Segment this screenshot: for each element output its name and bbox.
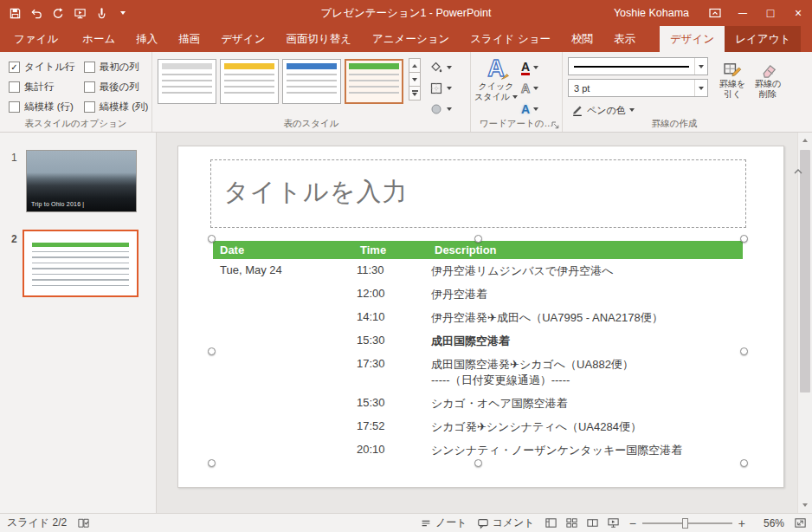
reading-view-icon[interactable] bbox=[586, 516, 599, 529]
vertical-scrollbar[interactable] bbox=[797, 133, 812, 513]
slide1-thumbnail[interactable]: Trip to Ohio 2016 | bbox=[26, 150, 137, 212]
collapse-ribbon-icon[interactable] bbox=[793, 168, 805, 177]
zoom-slider-thumb[interactable] bbox=[682, 518, 688, 529]
description-line: 伊丹空港リムジンバスで伊丹空港へ bbox=[431, 263, 743, 279]
draw-table-button[interactable]: 罫線を 引く bbox=[715, 55, 750, 121]
table-row[interactable]: 15:30シカゴ・オヘア国際空港着 bbox=[213, 392, 743, 415]
gallery-more-icon[interactable] bbox=[409, 86, 421, 101]
tab-描画[interactable]: 描画 bbox=[168, 26, 210, 52]
table-style-plain[interactable] bbox=[158, 59, 216, 104]
thumb-table-header bbox=[32, 243, 129, 247]
table-row[interactable]: Tue, May 2411:30伊丹空港リムジンバスで伊丹空港へ bbox=[213, 259, 743, 282]
resize-handle-bottom-center[interactable] bbox=[474, 459, 482, 467]
title-placeholder[interactable]: タイトルを入力 bbox=[210, 159, 746, 228]
table-style-yellow[interactable] bbox=[220, 59, 279, 104]
pen-weight-caret-icon[interactable] bbox=[694, 80, 707, 96]
checkbox-縞模様 (行)[interactable]: 縞模様 (行) bbox=[9, 101, 75, 114]
text-effects-button[interactable]: A bbox=[521, 99, 561, 120]
start-slideshow-icon[interactable] bbox=[72, 3, 87, 23]
pen-style-dropdown[interactable] bbox=[568, 57, 708, 75]
quick-styles-button[interactable]: A クイック スタイル bbox=[474, 55, 518, 121]
maximize-button[interactable]: □ bbox=[757, 0, 784, 26]
table-row[interactable]: 20:10シンシナティ・ノーザンケンタッキー国際空港着 bbox=[213, 438, 743, 462]
slideshow-view-icon[interactable] bbox=[607, 516, 620, 529]
pen-style-caret-icon[interactable] bbox=[694, 58, 707, 75]
scroll-up-icon[interactable] bbox=[798, 133, 812, 147]
undo-icon[interactable] bbox=[29, 3, 44, 23]
ribbon-display-options-icon[interactable] bbox=[701, 0, 729, 26]
comments-button[interactable]: コメント bbox=[477, 516, 535, 530]
group-table-styles: 表のスタイル bbox=[152, 52, 471, 132]
customize-qat-icon[interactable] bbox=[115, 3, 131, 23]
normal-view-icon[interactable] bbox=[545, 516, 557, 529]
text-fill-button[interactable]: A bbox=[521, 57, 561, 78]
cell-time: 17:30 bbox=[353, 357, 428, 388]
touch-mode-icon[interactable] bbox=[93, 3, 109, 23]
slide-sorter-view-icon[interactable] bbox=[565, 516, 578, 529]
tab-ホーム[interactable]: ホーム bbox=[72, 26, 126, 52]
gallery-up-icon[interactable] bbox=[409, 58, 421, 73]
table-row[interactable]: 17:52シカゴ発✈シンシナティへ（UA4284便） bbox=[213, 415, 743, 438]
effects-button[interactable] bbox=[428, 99, 467, 120]
zoom-out-button[interactable]: − bbox=[629, 516, 636, 530]
tab-表示[interactable]: 表示 bbox=[603, 26, 646, 52]
fit-to-window-icon[interactable] bbox=[794, 516, 807, 529]
text-outline-icon: A bbox=[521, 82, 530, 94]
resize-handle-top-left[interactable] bbox=[208, 235, 216, 243]
save-icon[interactable] bbox=[7, 3, 23, 23]
tab-file[interactable]: ファイル bbox=[0, 26, 72, 52]
slide2-thumbnail-selected[interactable] bbox=[23, 230, 139, 297]
table-row[interactable]: 14:10伊丹空港発✈成田へ（UA7995 - ANA2178便） bbox=[213, 306, 743, 329]
dialog-launcher-icon[interactable] bbox=[551, 121, 559, 129]
table-style-green[interactable] bbox=[345, 59, 403, 104]
table-style-blue[interactable] bbox=[282, 59, 341, 104]
resize-handle-bottom-right[interactable] bbox=[740, 459, 748, 467]
proofing-icon[interactable] bbox=[77, 516, 90, 529]
tab-table-tools-design[interactable]: デザイン bbox=[660, 26, 725, 52]
eraser-button[interactable]: 罫線の 削除 bbox=[751, 55, 785, 121]
checkbox-集計行[interactable]: 集計行 bbox=[9, 81, 75, 94]
table-style-extras bbox=[428, 57, 467, 120]
checkbox-label: 縞模様 (列) bbox=[100, 101, 149, 114]
table-row[interactable]: 12:00伊丹空港着 bbox=[213, 282, 743, 306]
slide-indicator[interactable]: スライド 2/2 bbox=[7, 516, 67, 530]
scroll-down-icon[interactable] bbox=[798, 498, 812, 512]
text-outline-button[interactable]: A bbox=[521, 78, 561, 99]
tab-アニメーション[interactable]: アニメーション bbox=[362, 26, 460, 52]
scrollbar-thumb[interactable] bbox=[800, 150, 810, 393]
table-row[interactable]: 17:30成田国際空港発✈シカゴへ（UA882便）-----（日付変更線通過）-… bbox=[213, 353, 743, 392]
cell-description: 成田国際空港発✈シカゴへ（UA882便）-----（日付変更線通過）----- bbox=[428, 357, 743, 388]
tab-スライド ショー[interactable]: スライド ショー bbox=[460, 26, 561, 52]
notes-button[interactable]: ノート bbox=[420, 516, 467, 530]
shading-button[interactable] bbox=[428, 57, 467, 78]
tab-table-tools-layout[interactable]: レイアウト bbox=[725, 26, 801, 52]
minimize-button[interactable]: ─ bbox=[729, 0, 757, 26]
account-name[interactable]: Yoshie Kohama bbox=[602, 7, 701, 19]
gallery-down-icon[interactable] bbox=[409, 72, 421, 87]
tab-校閲[interactable]: 校閲 bbox=[561, 26, 603, 52]
pen-color-button[interactable]: ペンの色 bbox=[568, 101, 644, 120]
tab-挿入[interactable]: 挿入 bbox=[126, 26, 168, 52]
checkbox-最初の列[interactable]: 最初の列 bbox=[84, 61, 149, 74]
borders-button[interactable] bbox=[428, 78, 467, 99]
table-header-row[interactable]: Date Time Description bbox=[213, 241, 743, 259]
tab-tell-me[interactable]: 操作アシ bbox=[801, 26, 812, 52]
checkbox-タイトル行[interactable]: ✓タイトル行 bbox=[9, 61, 75, 74]
zoom-in-button[interactable]: + bbox=[738, 516, 745, 530]
resize-handle-top-center[interactable] bbox=[474, 235, 482, 243]
close-button[interactable]: × bbox=[784, 0, 812, 26]
repeat-icon[interactable] bbox=[50, 3, 66, 23]
pen-weight-dropdown[interactable]: 3 pt bbox=[568, 79, 708, 97]
resize-handle-mid-left[interactable] bbox=[208, 347, 216, 355]
checkbox-最後の列[interactable]: 最後の列 bbox=[84, 81, 149, 94]
resize-handle-bottom-left[interactable] bbox=[208, 459, 216, 467]
zoom-percentage[interactable]: 56% bbox=[755, 517, 784, 529]
checkbox-縞模様 (列)[interactable]: 縞模様 (列) bbox=[84, 101, 149, 114]
tab-画面切り替え[interactable]: 画面切り替え bbox=[275, 26, 362, 52]
slide-table[interactable]: Date Time Description Tue, May 2411:30伊丹… bbox=[213, 241, 743, 462]
table-row[interactable]: 15:30成田国際空港着 bbox=[213, 329, 743, 353]
tab-デザイン[interactable]: デザイン bbox=[210, 26, 275, 52]
resize-handle-mid-right[interactable] bbox=[740, 347, 748, 355]
zoom-slider[interactable] bbox=[642, 522, 732, 524]
resize-handle-top-right[interactable] bbox=[740, 235, 748, 243]
